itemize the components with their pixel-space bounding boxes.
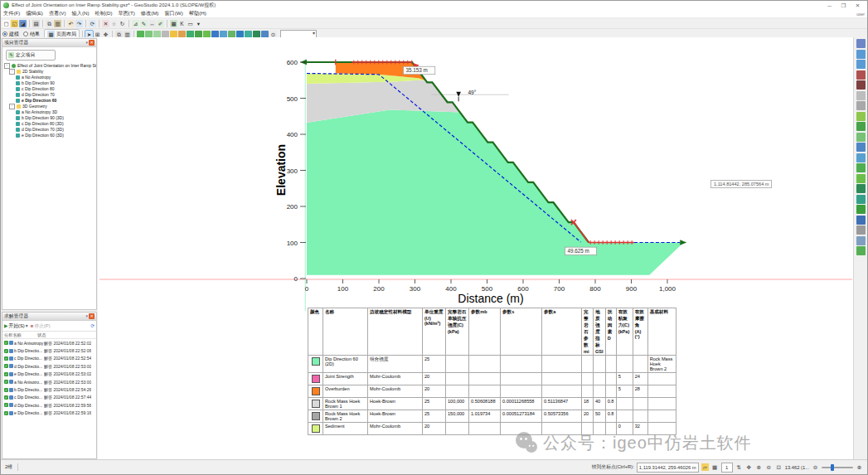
drawing-canvas[interactable]: 01002003004005006007008009001,0000100200… — [98, 37, 853, 460]
panel-close-icon[interactable]: ✕ — [89, 313, 95, 319]
coordinate-input[interactable]: 1,119.31442, 259.46026 m — [637, 463, 699, 473]
window-layout-icon[interactable]: ▭ — [187, 20, 194, 27]
solve-row-1[interactable]: ✓b Dip Directio...解答 2024/01/08 22:52:06 — [2, 347, 96, 354]
side-tool-9-icon[interactable] — [856, 133, 866, 142]
tree-item-0-3[interactable]: d Dip Direction 70 — [2, 92, 96, 98]
user-label[interactable]: user — [856, 12, 865, 17]
solve-stop-button[interactable]: ■停止(P) — [31, 322, 51, 330]
menu-item-7[interactable]: 窗口(W) — [164, 10, 182, 17]
layout-dropdown-icon[interactable]: ▾ — [195, 20, 202, 27]
text-tool-icon[interactable]: K — [178, 20, 186, 27]
zoom-slider[interactable] — [822, 467, 853, 468]
side-tool-1-icon[interactable] — [856, 50, 866, 59]
side-tool-15-icon[interactable] — [856, 195, 866, 204]
define-project-button[interactable]: ✎ 定义项目 — [6, 50, 56, 61]
menu-item-8[interactable]: 帮助(H) — [189, 10, 206, 17]
tree-item-0-0[interactable]: a No Anisotropy — [2, 75, 96, 80]
solve-row-9[interactable]: ✓e Dip Directio...解答 2024/01/08 22:59:16 — [2, 410, 96, 417]
solve-row-7[interactable]: ✓c Dip Directio...解答 2024/01/08 22:57:44 — [2, 394, 96, 401]
select-icon[interactable]: ✕ — [102, 20, 109, 27]
side-tool-14-icon[interactable] — [856, 184, 866, 193]
expander-icon[interactable]: − — [9, 69, 15, 75]
side-tool-7-icon[interactable] — [856, 112, 866, 121]
expander-icon[interactable]: − — [4, 63, 10, 69]
menu-item-6[interactable]: 修改(M) — [141, 10, 159, 17]
solve-row-5[interactable]: ✓a No Anisotro...解答 2024/01/08 22:53:00 — [2, 378, 96, 385]
draw-polygon-icon[interactable]: ⊿ — [132, 20, 139, 27]
folder-icon[interactable]: ▱ — [701, 463, 709, 471]
side-tool-12-icon[interactable] — [856, 163, 866, 172]
maximize-button[interactable]: ❐ — [836, 2, 851, 10]
side-tool-19-icon[interactable] — [856, 236, 866, 245]
zoom-out-icon[interactable]: ⊖ — [765, 463, 773, 471]
tree-item-1-4[interactable]: e Dip Direction 60 (3D) — [2, 133, 96, 138]
solve-row-2[interactable]: ✓c Dip Directio...解答 2024/01/08 22:52:54 — [2, 355, 96, 362]
tree-root[interactable]: −Effect of Joint Orientation on Inter Ra… — [2, 63, 96, 69]
zoom-in-icon[interactable]: ⊕ — [755, 463, 763, 471]
side-tool-11-icon[interactable] — [856, 153, 866, 162]
side-tool-17-icon[interactable] — [856, 216, 866, 225]
measure-icon[interactable]: ↔ — [148, 20, 156, 27]
draw-line-icon[interactable]: ✎ — [140, 20, 148, 27]
page-number-input[interactable]: 1 — [721, 463, 733, 473]
copy-icon[interactable]: ⧉ — [46, 20, 53, 27]
menu-item-3[interactable]: 输入(N) — [72, 10, 90, 17]
pin-icon[interactable]: ▾ — [85, 40, 88, 46]
tree-item-0-2[interactable]: c Dip Direction 80 — [2, 86, 96, 92]
grid-icon[interactable]: ▦ — [711, 463, 719, 471]
save-icon[interactable]: ◪ — [19, 20, 27, 27]
side-tool-13-icon[interactable] — [856, 174, 866, 183]
zoom-minus-button[interactable]: ⊖ — [812, 463, 819, 471]
tree-item-1-1[interactable]: b Dip Direction 90 (3D) — [2, 115, 96, 121]
column-status[interactable]: 状态 — [37, 332, 46, 338]
tree-group-1[interactable]: −3D Geometry — [2, 104, 96, 109]
tree-item-0-1[interactable]: b Dip Direction 90 — [2, 80, 96, 86]
new-icon[interactable]: ▢ — [2, 20, 10, 27]
solve-row-8[interactable]: ✓d Dip Directio...解答 2024/01/08 22:59:56 — [2, 401, 96, 409]
image-icon[interactable]: ▦ — [170, 20, 177, 27]
orbit-icon[interactable]: ↻ — [119, 20, 126, 27]
minimize-button[interactable]: ─ — [822, 2, 836, 10]
close-button[interactable]: ✕ — [851, 2, 865, 10]
annotate-icon[interactable]: ✐ — [157, 20, 164, 27]
expander-icon[interactable]: − — [9, 104, 15, 109]
solve-row-3[interactable]: ✓d Dip Directio...解答 2024/01/08 22:53:00 — [2, 362, 96, 370]
menu-item-1[interactable]: 编辑(E) — [26, 10, 43, 17]
undo-icon[interactable]: ↶ — [67, 20, 75, 27]
menu-item-2[interactable]: 查看(V) — [49, 10, 66, 17]
rotate-icon[interactable]: ○ — [110, 20, 118, 27]
solve-start-button[interactable]: ▶开始(S)▾ — [4, 322, 28, 330]
open-icon[interactable]: ◱ — [11, 20, 18, 27]
tree-item-1-3[interactable]: d Dip Direction 70 (3D) — [2, 127, 96, 133]
solve-row-0[interactable]: ✓a No Anisotropy解答 2024/01/08 22:52:02 — [2, 339, 96, 347]
pin-icon[interactable]: ▾ — [85, 313, 88, 319]
side-tool-6-icon[interactable] — [856, 101, 866, 110]
solve-row-4[interactable]: ✓e Dip Directio...解答 2024/01/08 22:53:02 — [2, 371, 96, 378]
menu-item-5[interactable]: 草图(T) — [118, 10, 134, 17]
panel-close-icon[interactable]: ✕ — [89, 40, 95, 46]
side-tool-5-icon[interactable] — [856, 91, 866, 100]
menu-item-4[interactable]: 绘制(D) — [95, 10, 113, 17]
zoom-slider-thumb[interactable] — [831, 464, 834, 471]
side-tool-18-icon[interactable] — [856, 225, 866, 235]
print-icon[interactable]: ▤ — [32, 20, 40, 27]
redo-icon[interactable]: ↷ — [75, 20, 83, 27]
side-tool-8-icon[interactable] — [856, 122, 866, 131]
sync-icon[interactable]: ⟳ — [89, 20, 96, 27]
solve-row-6[interactable]: ✓b Dip Directio...解答 2024/01/08 22:54:26 — [2, 385, 96, 393]
side-tool-10-icon[interactable] — [856, 143, 866, 152]
side-tool-2-icon[interactable] — [856, 60, 866, 69]
refresh-icon[interactable]: ⟳ — [90, 323, 95, 328]
column-analysis-name[interactable]: 分析名称 — [4, 332, 37, 338]
side-tool-16-icon[interactable] — [856, 205, 866, 214]
tree-item-0-4[interactable]: e Dip Direction 60 — [2, 98, 96, 104]
zoom-region-icon[interactable]: ⊡ — [775, 463, 783, 471]
side-tool-4-icon[interactable] — [856, 80, 866, 90]
tree-group-0[interactable]: −2D Stability — [2, 69, 96, 75]
side-tool-20-icon[interactable] — [856, 246, 866, 255]
side-tool-3-icon[interactable] — [856, 70, 866, 80]
menu-item-0[interactable]: 文件(F) — [3, 10, 20, 17]
page-spinner[interactable]: ⇅ — [735, 463, 743, 471]
zoom-plus-button[interactable]: ⊕ — [856, 463, 863, 471]
tree-item-1-2[interactable]: c Dip Direction 80 (3D) — [2, 121, 96, 127]
